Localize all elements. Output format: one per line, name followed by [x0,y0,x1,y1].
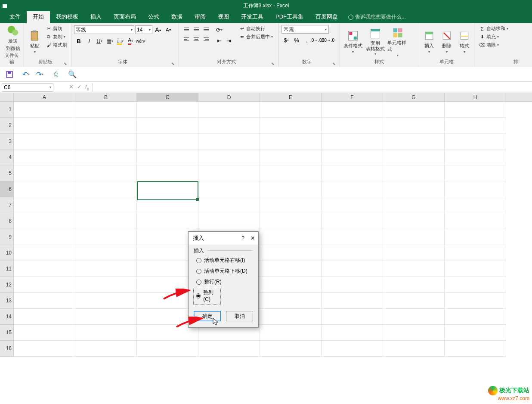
clear-button[interactable]: ⌫清除▾ [478,41,519,49]
column-header[interactable]: E [260,93,322,101]
cell[interactable] [198,341,260,357]
row-header[interactable]: 3 [0,134,14,149]
row-header[interactable]: 1 [0,102,14,118]
cell[interactable] [137,149,198,165]
cell[interactable] [322,309,383,325]
row-header[interactable]: 2 [0,118,14,134]
decrease-font-button[interactable]: A▾ [164,25,173,34]
cell[interactable] [260,134,322,149]
cell[interactable] [383,325,445,341]
cell[interactable] [75,134,137,149]
fill-button[interactable]: ⬇填充▾ [478,33,519,40]
radio-shift-right[interactable]: 活动单元格右移(I) [194,255,253,266]
cell[interactable] [445,181,506,197]
copy-button[interactable]: ⧉复制▾ [44,33,68,40]
cell[interactable] [322,213,383,229]
cell[interactable] [75,277,137,293]
autosum-button[interactable]: Σ自动求和▾ [478,25,519,32]
cell[interactable] [383,165,445,181]
cell[interactable] [383,149,445,165]
row-header[interactable]: 12 [0,277,14,293]
undo-button[interactable]: ↶▾ [21,69,31,80]
cell[interactable] [383,261,445,277]
align-top-button[interactable] [182,25,191,34]
cell[interactable] [137,181,198,197]
cell[interactable] [198,118,260,134]
radio-entire-column[interactable]: 整列(C) [194,287,220,304]
row-header[interactable]: 13 [0,293,14,309]
cell[interactable] [260,229,322,245]
cell[interactable] [445,309,506,325]
paste-button[interactable]: 粘贴 ▾ [27,25,43,59]
redo-button[interactable]: ↷▾ [34,69,45,80]
cell[interactable] [14,293,75,309]
cell[interactable] [383,309,445,325]
cell[interactable] [14,134,75,149]
align-left-button[interactable] [182,35,191,44]
cell[interactable] [260,277,322,293]
cell[interactable] [14,245,75,261]
row-header[interactable]: 15 [0,325,14,341]
fx-button[interactable]: fx [85,84,89,91]
tab-file[interactable]: 文件 [3,10,27,23]
percent-button[interactable]: % [292,35,301,45]
cancel-formula-button[interactable]: ✕ [69,84,74,91]
cell[interactable] [445,277,506,293]
cell[interactable] [14,181,75,197]
cell[interactable] [14,341,75,357]
decrease-indent-button[interactable]: ⇤ [214,36,224,45]
cell[interactable] [445,149,506,165]
tab-layout[interactable]: 页面布局 [108,10,142,23]
cell[interactable] [383,229,445,245]
column-header[interactable]: H [445,93,506,101]
dialog-launcher-icon[interactable]: ⬊ [332,62,337,66]
cell[interactable] [14,309,75,325]
cell[interactable] [75,341,137,357]
cell[interactable] [75,102,137,118]
cell[interactable] [322,229,383,245]
decrease-decimal-button[interactable]: .00→.0 [323,35,332,45]
column-header[interactable]: D [198,93,260,101]
cell[interactable] [14,277,75,293]
cell[interactable] [445,245,506,261]
cell[interactable] [75,309,137,325]
dialog-launcher-icon[interactable]: ⬊ [271,62,276,66]
cell[interactable] [445,197,506,213]
cell[interactable] [322,102,383,118]
increase-font-button[interactable]: A▴ [153,25,163,34]
radio-entire-row[interactable]: 整行(R) [194,277,253,287]
cell[interactable] [322,165,383,181]
cell[interactable] [383,134,445,149]
cell[interactable] [260,293,322,309]
format-as-table-button[interactable]: 套用 表格格式▾ [365,25,386,59]
cell[interactable] [198,149,260,165]
column-header[interactable]: F [322,93,383,101]
cell[interactable] [260,197,322,213]
number-format-combo[interactable]: 常规▾ [281,25,329,34]
column-header[interactable]: B [75,93,137,101]
cell[interactable] [260,213,322,229]
tab-formula[interactable]: 公式 [142,10,165,23]
cell[interactable] [260,325,322,341]
cell[interactable] [322,149,383,165]
cell[interactable] [75,293,137,309]
underline-button[interactable]: U▾ [95,36,104,46]
row-header[interactable]: 10 [0,245,14,261]
cell[interactable] [383,102,445,118]
cell[interactable] [137,341,198,357]
cell[interactable] [75,213,137,229]
cell[interactable] [260,341,322,357]
tab-data[interactable]: 数据 [165,10,189,23]
cell[interactable] [137,197,198,213]
cell[interactable] [322,134,383,149]
cell[interactable] [137,213,198,229]
row-header[interactable]: 8 [0,213,14,229]
cell[interactable] [322,197,383,213]
cell[interactable] [137,102,198,118]
cell[interactable] [198,134,260,149]
cell[interactable] [260,181,322,197]
cell[interactable] [445,165,506,181]
cell[interactable] [198,181,260,197]
cell[interactable] [322,293,383,309]
increase-indent-button[interactable]: ⇥ [224,36,233,45]
